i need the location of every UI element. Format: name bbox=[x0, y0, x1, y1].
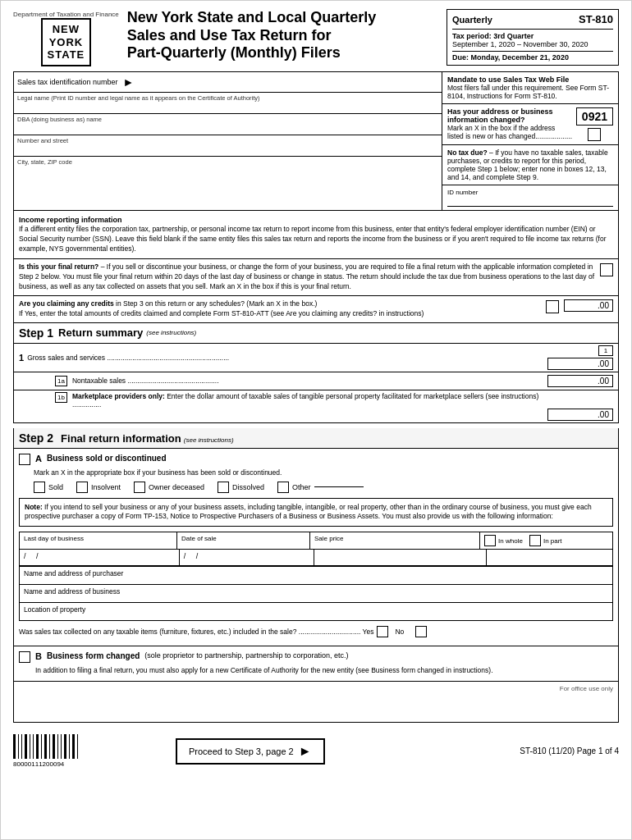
yes-checkbox[interactable] bbox=[377, 626, 388, 637]
barcode bbox=[13, 734, 78, 759]
section-a: A Business sold or discontinued Mark an … bbox=[13, 449, 619, 647]
step2-header: Step 2 Final return information (see ins… bbox=[13, 428, 619, 449]
purchaser-row: Name and address of purchaser bbox=[20, 566, 612, 584]
line-1-row: 1 Gross sales and services .............… bbox=[13, 344, 619, 372]
section-a-checkbox[interactable] bbox=[19, 454, 30, 465]
line-1a-row: 1a Nontaxable sales ....................… bbox=[13, 372, 619, 390]
address-changed-checkbox[interactable] bbox=[588, 128, 601, 141]
form-number-box: Quarterly ST-810 Tax period: 3rd Quarter… bbox=[447, 9, 619, 66]
bottom-bar: 80000111200094 Proceed to Step 3, page 2… bbox=[13, 731, 619, 771]
line1-number-box: 1 bbox=[598, 345, 613, 356]
section-b: B Business form changed (sole proprietor… bbox=[13, 646, 619, 682]
owner-deceased-checkbox[interactable] bbox=[134, 482, 145, 493]
line1a-amount[interactable]: .00 bbox=[547, 375, 613, 387]
sale-price-input[interactable] bbox=[318, 552, 482, 561]
sale-table-header: Last day of business Date of sale Sale p… bbox=[20, 532, 612, 550]
whole-part-empty bbox=[487, 550, 612, 565]
form-title: New York State and Local Quarterly Sales… bbox=[127, 9, 438, 62]
line1b-amount[interactable]: .00 bbox=[547, 409, 613, 421]
sale-date-row: / / / / bbox=[20, 550, 612, 566]
dba-label: DBA (doing business as) name bbox=[17, 116, 438, 123]
dba-input[interactable] bbox=[17, 123, 438, 133]
mandate-box: Mandate to use Sales Tax Web File Most f… bbox=[442, 72, 618, 104]
insolvent-status: Insolvent bbox=[76, 482, 121, 493]
no-checkbox[interactable] bbox=[415, 626, 427, 637]
arrow-right-icon: ► bbox=[123, 75, 135, 89]
dba-row: DBA (doing business as) name bbox=[14, 114, 442, 135]
step1-header: Step 1 Return summary (see instructions) bbox=[13, 323, 619, 344]
state-logo: NEW YORK STATE bbox=[41, 18, 92, 66]
street-row: Number and street bbox=[14, 135, 442, 157]
legal-name-label: Legal name (Print ID number and legal na… bbox=[17, 94, 438, 102]
business-name-row: Name and address of business bbox=[20, 584, 612, 602]
other-status: Other bbox=[277, 482, 364, 493]
due-date: Due: Monday, December 21, 2020 bbox=[452, 51, 613, 62]
whole-part-col-header: In whole In part bbox=[480, 532, 612, 549]
office-use-box: For office use only bbox=[13, 682, 619, 723]
date-sale-input-cell: / / bbox=[180, 550, 314, 565]
line1a-box: 1a bbox=[55, 376, 67, 386]
line1-amount[interactable]: .00 bbox=[547, 358, 613, 370]
final-return-checkbox[interactable] bbox=[600, 263, 613, 276]
income-reporting-box: Income reporting information If a differ… bbox=[13, 211, 619, 259]
dissolved-status: Dissolved bbox=[218, 482, 264, 493]
in-part-option: In part bbox=[529, 535, 562, 546]
street-input[interactable] bbox=[17, 144, 438, 154]
sale-price-col-header: Sale price bbox=[310, 532, 480, 549]
page: Department of Taxation and Finance NEW Y… bbox=[0, 0, 632, 840]
right-column: Mandate to use Sales Tax Web File Most f… bbox=[442, 72, 618, 210]
final-return-row: Is this your final return? – If you sell… bbox=[13, 259, 619, 296]
dissolved-checkbox[interactable] bbox=[218, 482, 229, 493]
last-day-input-cell: / / bbox=[20, 550, 180, 565]
legal-name-input[interactable] bbox=[17, 102, 438, 112]
id-number-input[interactable] bbox=[447, 196, 613, 207]
sale-table: Last day of business Date of sale Sale p… bbox=[19, 532, 613, 621]
sold-checkbox[interactable] bbox=[34, 482, 45, 493]
credits-amount[interactable]: .00 bbox=[564, 299, 613, 312]
credits-row: Are you claiming any credits in Step 3 o… bbox=[13, 296, 619, 323]
left-column: Sales tax identification number ► Legal … bbox=[14, 72, 442, 210]
no-tax-box: No tax due? – If you have no taxable sal… bbox=[442, 145, 618, 185]
dept-label: Department of Taxation and Finance bbox=[13, 11, 119, 18]
owner-deceased-status: Owner deceased bbox=[134, 482, 204, 493]
sold-status: Sold bbox=[34, 482, 63, 493]
logo-area: Department of Taxation and Finance NEW Y… bbox=[13, 9, 119, 66]
last-day-col-header: Last day of business bbox=[20, 532, 177, 549]
other-checkbox[interactable] bbox=[277, 482, 289, 493]
city-input[interactable] bbox=[17, 166, 438, 176]
in-whole-checkbox[interactable] bbox=[484, 535, 496, 546]
note-box: Note: If you intend to sell your busines… bbox=[19, 498, 613, 527]
sales-tax-id-row: Sales tax identification number ► bbox=[14, 72, 442, 93]
sales-tax-id-label: Sales tax identification number bbox=[17, 78, 118, 86]
code-0921: 0921 bbox=[576, 107, 613, 126]
legal-name-row: Legal name (Print ID number and legal na… bbox=[14, 93, 442, 114]
section-b-checkbox[interactable] bbox=[19, 651, 30, 663]
proceed-button[interactable]: Proceed to Step 3, page 2 ► bbox=[176, 738, 325, 765]
address-changed-box: Has your address or business information… bbox=[442, 104, 618, 145]
in-whole-option: In whole bbox=[484, 535, 523, 546]
sale-price-input-cell[interactable] bbox=[314, 550, 487, 565]
main-form: Sales tax identification number ► Legal … bbox=[13, 71, 619, 211]
page-header: Department of Taxation and Finance NEW Y… bbox=[13, 9, 619, 66]
barcode-area: 80000111200094 bbox=[13, 734, 78, 768]
other-line bbox=[314, 486, 364, 487]
property-location-row: Location of property bbox=[20, 602, 612, 620]
city-label: City, state, ZIP code bbox=[17, 158, 438, 166]
sales-tax-id-input[interactable] bbox=[139, 74, 438, 90]
city-row: City, state, ZIP code bbox=[14, 157, 442, 177]
insolvent-checkbox[interactable] bbox=[76, 482, 88, 493]
page-info: ST-810 (11/20) Page 1 of 4 bbox=[520, 746, 619, 756]
date-of-sale-col-header: Date of sale bbox=[177, 532, 310, 549]
status-checkboxes: Sold Insolvent Owner deceased Dissolved … bbox=[34, 482, 613, 493]
line-1b-row: 1b Marketplace providers only: Enter the… bbox=[13, 390, 619, 423]
credits-checkbox[interactable] bbox=[546, 300, 559, 313]
sales-tax-collected-row: Was sales tax collected on any taxable i… bbox=[19, 626, 613, 637]
line1b-box: 1b bbox=[55, 392, 67, 403]
street-label: Number and street bbox=[17, 137, 438, 144]
id-number-label: ID number bbox=[447, 189, 613, 196]
barcode-number: 80000111200094 bbox=[13, 760, 64, 768]
proceed-arrow-icon: ► bbox=[299, 744, 312, 759]
section-b-desc: In addition to filing a final return, yo… bbox=[35, 666, 613, 676]
in-part-checkbox[interactable] bbox=[529, 535, 541, 546]
tax-period: Tax period: 3rd Quarter September 1, 202… bbox=[452, 29, 613, 48]
